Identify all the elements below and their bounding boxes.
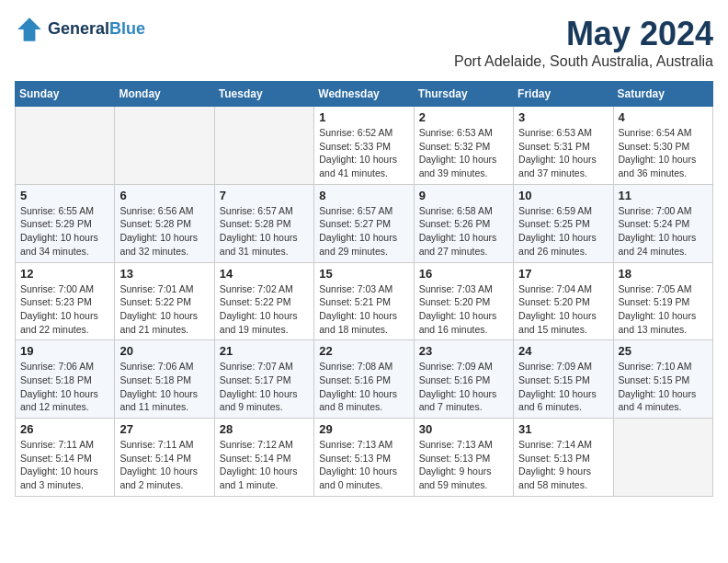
day-info: Sunrise: 6:58 AM Sunset: 5:26 PM Dayligh…	[419, 204, 508, 259]
day-cell: 11Sunrise: 7:00 AM Sunset: 5:24 PM Dayli…	[613, 184, 712, 262]
day-info: Sunrise: 7:05 AM Sunset: 5:19 PM Dayligh…	[619, 282, 708, 337]
col-header-friday: Friday	[514, 82, 613, 107]
day-number: 4	[619, 110, 708, 124]
day-cell: 25Sunrise: 7:10 AM Sunset: 5:15 PM Dayli…	[613, 340, 712, 419]
day-number: 15	[319, 267, 408, 281]
day-cell: 4Sunrise: 6:54 AM Sunset: 5:30 PM Daylig…	[613, 107, 712, 185]
day-number: 5	[20, 189, 109, 202]
day-info: Sunrise: 6:56 AM Sunset: 5:28 PM Dayligh…	[119, 204, 209, 259]
day-number: 7	[220, 189, 309, 202]
day-cell: 22Sunrise: 7:08 AM Sunset: 5:16 PM Dayli…	[314, 340, 414, 419]
day-info: Sunrise: 6:53 AM Sunset: 5:31 PM Dayligh…	[518, 126, 608, 180]
day-cell: 31Sunrise: 7:14 AM Sunset: 5:13 PM Dayli…	[514, 419, 613, 497]
day-number: 17	[518, 267, 608, 281]
day-info: Sunrise: 7:13 AM Sunset: 5:13 PM Dayligh…	[419, 438, 508, 492]
day-cell: 1Sunrise: 6:52 AM Sunset: 5:33 PM Daylig…	[314, 107, 414, 185]
day-number: 10	[518, 189, 608, 202]
svg-marker-0	[17, 17, 41, 41]
day-number: 14	[220, 267, 309, 281]
day-number: 20	[119, 344, 209, 358]
day-cell: 7Sunrise: 6:57 AM Sunset: 5:28 PM Daylig…	[214, 184, 313, 262]
col-header-wednesday: Wednesday	[314, 82, 414, 107]
day-cell: 6Sunrise: 6:56 AM Sunset: 5:28 PM Daylig…	[115, 184, 214, 262]
day-cell: 20Sunrise: 7:06 AM Sunset: 5:18 PM Dayli…	[115, 340, 214, 419]
day-info: Sunrise: 7:10 AM Sunset: 5:15 PM Dayligh…	[619, 360, 708, 414]
day-info: Sunrise: 7:09 AM Sunset: 5:16 PM Dayligh…	[419, 360, 508, 414]
day-number: 31	[518, 422, 608, 436]
day-info: Sunrise: 7:08 AM Sunset: 5:16 PM Dayligh…	[319, 360, 408, 414]
day-info: Sunrise: 6:52 AM Sunset: 5:33 PM Dayligh…	[319, 126, 408, 180]
day-cell: 8Sunrise: 6:57 AM Sunset: 5:27 PM Daylig…	[314, 184, 414, 262]
day-info: Sunrise: 6:57 AM Sunset: 5:27 PM Dayligh…	[319, 204, 408, 259]
day-number: 1	[319, 110, 408, 124]
col-header-saturday: Saturday	[613, 82, 712, 107]
day-info: Sunrise: 7:07 AM Sunset: 5:17 PM Dayligh…	[220, 360, 309, 414]
day-number: 8	[319, 189, 408, 202]
col-header-tuesday: Tuesday	[214, 82, 313, 107]
day-number: 23	[419, 344, 508, 358]
day-info: Sunrise: 7:13 AM Sunset: 5:13 PM Dayligh…	[319, 438, 408, 492]
day-cell: 15Sunrise: 7:03 AM Sunset: 5:21 PM Dayli…	[314, 262, 414, 340]
day-cell: 2Sunrise: 6:53 AM Sunset: 5:32 PM Daylig…	[414, 107, 513, 185]
col-header-sunday: Sunday	[16, 82, 115, 107]
week-row-2: 5Sunrise: 6:55 AM Sunset: 5:29 PM Daylig…	[16, 184, 713, 262]
day-number: 3	[518, 110, 608, 124]
day-cell: 9Sunrise: 6:58 AM Sunset: 5:26 PM Daylig…	[414, 184, 513, 262]
day-number: 27	[119, 422, 209, 436]
day-cell: 28Sunrise: 7:12 AM Sunset: 5:14 PM Dayli…	[214, 419, 313, 497]
logo-text: GeneralBlue	[48, 20, 145, 39]
day-info: Sunrise: 6:55 AM Sunset: 5:29 PM Dayligh…	[20, 204, 109, 259]
day-number: 22	[319, 344, 408, 358]
day-number: 30	[419, 422, 508, 436]
day-info: Sunrise: 6:59 AM Sunset: 5:25 PM Dayligh…	[518, 204, 608, 259]
month-title: May 2024	[454, 15, 713, 53]
day-info: Sunrise: 7:03 AM Sunset: 5:21 PM Dayligh…	[319, 282, 408, 337]
day-number: 18	[619, 267, 708, 281]
day-cell	[214, 107, 313, 185]
week-row-5: 26Sunrise: 7:11 AM Sunset: 5:14 PM Dayli…	[16, 419, 713, 497]
day-cell: 26Sunrise: 7:11 AM Sunset: 5:14 PM Dayli…	[16, 419, 115, 497]
day-info: Sunrise: 7:11 AM Sunset: 5:14 PM Dayligh…	[20, 438, 109, 492]
day-cell: 30Sunrise: 7:13 AM Sunset: 5:13 PM Dayli…	[414, 419, 513, 497]
day-info: Sunrise: 7:14 AM Sunset: 5:13 PM Dayligh…	[518, 438, 608, 492]
day-number: 13	[119, 267, 209, 281]
day-cell: 14Sunrise: 7:02 AM Sunset: 5:22 PM Dayli…	[214, 262, 313, 340]
day-cell: 21Sunrise: 7:07 AM Sunset: 5:17 PM Dayli…	[214, 340, 313, 419]
day-number: 28	[220, 422, 309, 436]
day-number: 24	[518, 344, 608, 358]
day-cell: 23Sunrise: 7:09 AM Sunset: 5:16 PM Dayli…	[414, 340, 513, 419]
week-row-1: 1Sunrise: 6:52 AM Sunset: 5:33 PM Daylig…	[16, 107, 713, 185]
day-number: 26	[20, 422, 109, 436]
day-info: Sunrise: 7:01 AM Sunset: 5:22 PM Dayligh…	[119, 282, 209, 337]
day-info: Sunrise: 6:57 AM Sunset: 5:28 PM Dayligh…	[220, 204, 309, 259]
day-info: Sunrise: 7:03 AM Sunset: 5:20 PM Dayligh…	[419, 282, 508, 337]
day-number: 25	[619, 344, 708, 358]
week-row-3: 12Sunrise: 7:00 AM Sunset: 5:23 PM Dayli…	[16, 262, 713, 340]
day-cell	[16, 107, 115, 185]
week-row-4: 19Sunrise: 7:06 AM Sunset: 5:18 PM Dayli…	[16, 340, 713, 419]
day-number: 19	[20, 344, 109, 358]
day-number: 6	[119, 189, 209, 202]
day-info: Sunrise: 7:06 AM Sunset: 5:18 PM Dayligh…	[20, 360, 109, 414]
day-info: Sunrise: 7:04 AM Sunset: 5:20 PM Dayligh…	[518, 282, 608, 337]
calendar-table: SundayMondayTuesdayWednesdayThursdayFrid…	[15, 81, 713, 497]
day-info: Sunrise: 7:00 AM Sunset: 5:23 PM Dayligh…	[20, 282, 109, 337]
day-info: Sunrise: 6:54 AM Sunset: 5:30 PM Dayligh…	[619, 126, 708, 180]
page-header: GeneralBlue May 2024 Port Adelaide, Sout…	[15, 15, 713, 70]
logo-icon	[15, 15, 44, 44]
day-number: 2	[419, 110, 508, 124]
day-cell: 17Sunrise: 7:04 AM Sunset: 5:20 PM Dayli…	[514, 262, 613, 340]
day-cell	[115, 107, 214, 185]
day-cell	[613, 419, 712, 497]
day-number: 12	[20, 267, 109, 281]
day-cell: 13Sunrise: 7:01 AM Sunset: 5:22 PM Dayli…	[115, 262, 214, 340]
day-info: Sunrise: 7:11 AM Sunset: 5:14 PM Dayligh…	[119, 438, 209, 492]
day-cell: 19Sunrise: 7:06 AM Sunset: 5:18 PM Dayli…	[16, 340, 115, 419]
day-number: 11	[619, 189, 708, 202]
day-number: 9	[419, 189, 508, 202]
day-number: 16	[419, 267, 508, 281]
day-info: Sunrise: 7:06 AM Sunset: 5:18 PM Dayligh…	[119, 360, 209, 414]
day-number: 21	[220, 344, 309, 358]
day-info: Sunrise: 6:53 AM Sunset: 5:32 PM Dayligh…	[419, 126, 508, 180]
day-number: 29	[319, 422, 408, 436]
